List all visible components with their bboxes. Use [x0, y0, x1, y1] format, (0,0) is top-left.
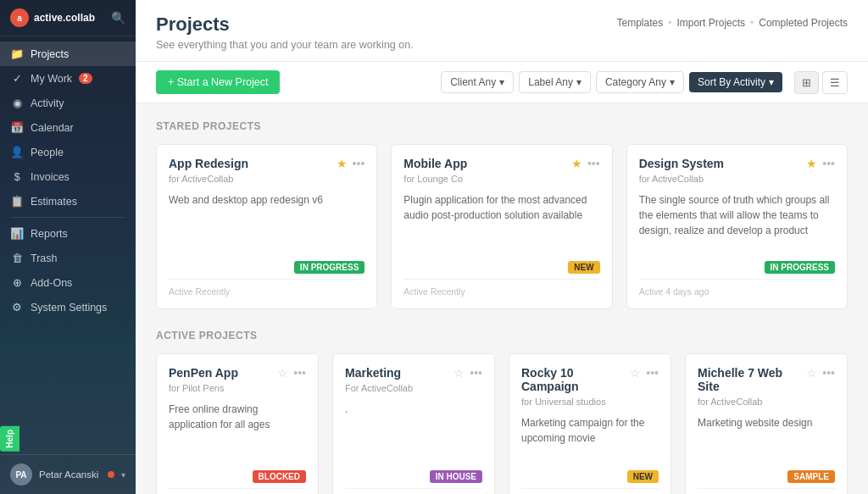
project-title: Michelle 7 Web Site [698, 366, 803, 393]
project-description: The single source of truth which groups … [639, 192, 835, 253]
project-title: PenPen App [169, 366, 274, 380]
star-icon[interactable]: ☆ [806, 366, 817, 380]
label-filter[interactable]: Label Any ▾ [519, 71, 591, 93]
project-client: For ActiveCollab [345, 383, 482, 393]
card-menu-icon[interactable]: ••• [470, 366, 482, 380]
import-projects-link[interactable]: Import Projects [676, 17, 745, 29]
sidebar-item-label: Estimates [31, 196, 77, 208]
star-icon[interactable]: ☆ [630, 366, 641, 380]
sidebar-item-trash[interactable]: 🗑 Trash [0, 246, 136, 270]
status-badge: IN HOUSE [430, 470, 482, 483]
project-title: Mobile App [403, 157, 568, 170]
sidebar-item-add-ons[interactable]: ⊕ Add-Ons [0, 270, 136, 295]
invoices-icon: $ [10, 170, 24, 183]
card-menu-icon[interactable]: ••• [822, 366, 835, 380]
card-header: Design System ★ ••• [639, 157, 835, 170]
card-footer: NEW Active Recently [403, 253, 599, 297]
sidebar-item-label: People [31, 147, 64, 158]
estimates-icon: 📋 [10, 195, 24, 208]
sort-button[interactable]: Sort By Activity ▾ [689, 72, 782, 92]
project-description: . [345, 402, 482, 462]
project-card[interactable]: Mobile App ★ ••• for Lounge Co Plugin ap… [391, 144, 612, 309]
sidebar-item-estimates[interactable]: 📋 Estimates [0, 189, 136, 214]
client-filter[interactable]: Client Any ▾ [441, 71, 514, 93]
avatar: PA [10, 463, 32, 486]
card-header: PenPen App ☆ ••• [169, 366, 306, 380]
project-time: Active 4 days ago [639, 279, 835, 297]
sidebar-item-label: Trash [31, 253, 58, 264]
my-work-badge: 2 [79, 73, 92, 84]
status-badge: NEW [627, 470, 659, 483]
project-description: Plugin application for the most advanced… [403, 192, 599, 253]
sidebar-item-people[interactable]: 👤 People [0, 140, 136, 164]
card-footer: NEW Active 15 days ago [521, 462, 659, 494]
projects-content: Stared Projects App Redesign ★ ••• for A… [136, 103, 868, 494]
project-card[interactable]: Rocky 10 Campaign ☆ ••• for Universal st… [509, 353, 671, 494]
star-icon[interactable]: ☆ [277, 366, 288, 380]
star-icon[interactable]: ☆ [453, 366, 465, 380]
project-client: for Universal studios [521, 397, 659, 407]
card-header: App Redesign ★ ••• [169, 157, 364, 170]
project-card[interactable]: Marketing ☆ ••• For ActiveCollab . IN HO… [332, 353, 495, 494]
star-icon[interactable]: ★ [571, 157, 582, 170]
sidebar-item-reports[interactable]: 📊 Reports [0, 221, 136, 246]
main-content: Projects See everything that you and you… [136, 0, 868, 494]
page-header: Projects See everything that you and you… [136, 0, 868, 62]
card-footer: IN HOUSE Active 10 days ago [345, 462, 482, 494]
sidebar-nav: 📁 Projects ✓ My Work 2 ◉ Activity 📅 Cale… [0, 36, 136, 454]
view-toggle: ⊞ ☰ [794, 71, 848, 94]
sidebar-item-label: System Settings [31, 302, 107, 314]
project-time: Active 15 days ago [169, 488, 306, 494]
list-view-button[interactable]: ☰ [822, 71, 848, 94]
user-status-dot [108, 471, 114, 478]
sidebar-item-projects[interactable]: 📁 Projects [0, 42, 136, 66]
new-project-button[interactable]: + Start a New Project [156, 70, 280, 94]
logo-icon: a [10, 8, 29, 27]
project-description: Free online drawing application for all … [169, 402, 306, 462]
card-header: Michelle 7 Web Site ☆ ••• [698, 366, 835, 393]
project-time: Active Recently [169, 279, 364, 297]
help-tab[interactable]: Help [0, 426, 19, 452]
templates-link[interactable]: Templates [616, 17, 663, 29]
card-footer: IN PROGRESS Active 4 days ago [639, 253, 835, 297]
user-name: Petar Acanski [39, 469, 101, 480]
sidebar-item-calendar[interactable]: 📅 Calendar [0, 115, 136, 140]
settings-icon: ⚙ [10, 301, 24, 314]
sidebar-item-system-settings[interactable]: ⚙ System Settings [0, 295, 136, 319]
user-profile[interactable]: PA Petar Acanski ▾ [0, 454, 136, 494]
sidebar-divider [10, 217, 125, 218]
card-menu-icon[interactable]: ••• [646, 366, 659, 380]
toolbar: + Start a New Project Client Any ▾ Label… [136, 62, 868, 103]
sidebar-item-label: My Work [31, 73, 72, 85]
project-time: Active 15 days ago [521, 488, 659, 494]
project-card[interactable]: PenPen App ☆ ••• for Pilot Pens Free onl… [156, 353, 319, 494]
completed-projects-link[interactable]: Completed Projects [759, 17, 848, 29]
card-menu-icon[interactable]: ••• [293, 366, 306, 380]
chevron-down-icon: ▾ [769, 76, 774, 88]
sidebar-item-invoices[interactable]: $ Invoices [0, 164, 136, 189]
search-icon[interactable]: 🔍 [111, 11, 125, 25]
card-menu-icon[interactable]: ••• [822, 157, 835, 170]
my-work-icon: ✓ [10, 72, 24, 85]
status-badge: NEW [568, 261, 599, 274]
card-menu-icon[interactable]: ••• [353, 157, 365, 170]
card-header: Rocky 10 Campaign ☆ ••• [521, 366, 659, 393]
sidebar-header: a active.collab 🔍 [0, 0, 136, 36]
sidebar-item-label: Invoices [31, 171, 70, 183]
user-dropdown-icon: ▾ [121, 470, 125, 480]
project-title: Rocky 10 Campaign [521, 366, 626, 393]
project-description: Web and desktop app redesign v6 [169, 192, 364, 253]
star-icon[interactable]: ★ [337, 157, 348, 170]
starred-section-title: Stared Projects [156, 120, 848, 132]
sidebar-item-my-work[interactable]: ✓ My Work 2 [0, 66, 136, 91]
star-icon[interactable]: ★ [806, 157, 817, 170]
project-card[interactable]: Michelle 7 Web Site ☆ ••• for ActiveColl… [685, 353, 848, 494]
project-card[interactable]: Design System ★ ••• for ActiveCollab The… [626, 144, 848, 309]
card-menu-icon[interactable]: ••• [587, 157, 600, 170]
sidebar-item-activity[interactable]: ◉ Activity [0, 91, 136, 115]
active-projects-grid: PenPen App ☆ ••• for Pilot Pens Free onl… [156, 353, 848, 494]
grid-view-button[interactable]: ⊞ [794, 71, 819, 94]
project-card[interactable]: App Redesign ★ ••• for ActiveCollab Web … [156, 144, 377, 309]
category-filter[interactable]: Category Any ▾ [596, 71, 684, 93]
app-logo[interactable]: a active.collab [10, 8, 95, 27]
